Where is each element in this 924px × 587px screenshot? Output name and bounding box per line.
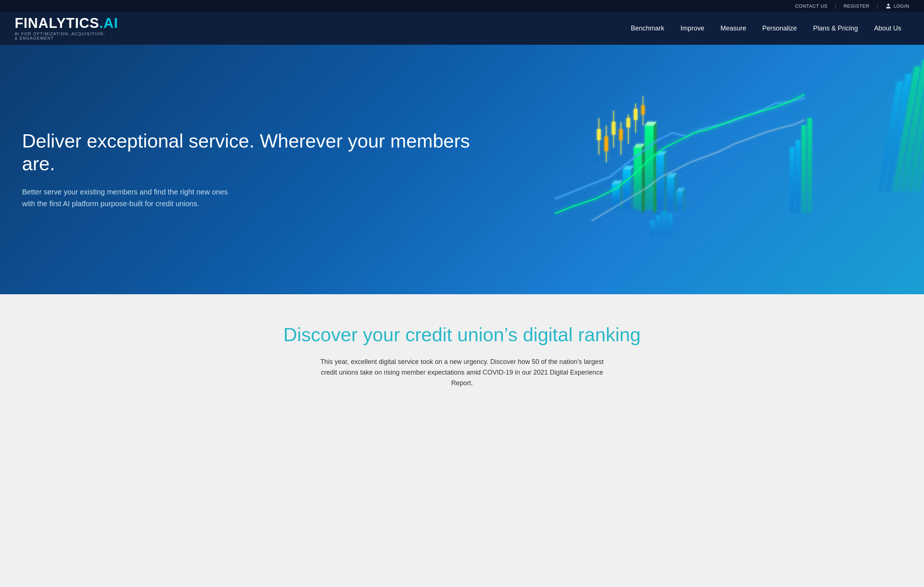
logo-fin: FIN xyxy=(15,15,38,31)
login-link[interactable]: LOGIN xyxy=(894,3,909,9)
svg-rect-52 xyxy=(641,105,645,115)
nav-item-improve[interactable]: Improve xyxy=(672,25,713,32)
nav-link-improve[interactable]: Improve xyxy=(672,25,713,32)
hero-subtitle: Better serve your existing members and f… xyxy=(22,186,243,209)
hero-section: Deliver exceptional service. Wherever yo… xyxy=(0,45,924,294)
svg-rect-27 xyxy=(645,125,654,210)
below-fold-text: This year, excellent digital service too… xyxy=(315,357,609,388)
svg-rect-53 xyxy=(790,148,794,214)
logo-tagline: AI FOR OPTIMIZATION, ACQUISITION,& ENGAG… xyxy=(15,31,118,40)
svg-rect-47 xyxy=(604,136,608,151)
nav-link-benchmark[interactable]: Benchmark xyxy=(623,25,672,32)
hero-content: Deliver exceptional service. Wherever yo… xyxy=(0,100,508,239)
nav-item-personalize[interactable]: Personalize xyxy=(754,25,805,32)
divider-2: | xyxy=(877,3,878,9)
svg-rect-36 xyxy=(676,191,683,210)
divider-1: | xyxy=(835,3,836,9)
svg-rect-46 xyxy=(597,129,601,140)
nav-link-plans-pricing[interactable]: Plans & Pricing xyxy=(805,25,866,32)
svg-rect-21 xyxy=(623,169,631,210)
svg-marker-26 xyxy=(642,144,645,214)
svg-rect-48 xyxy=(612,122,615,135)
svg-rect-65 xyxy=(662,212,667,235)
nav-item-about-us[interactable]: About Us xyxy=(866,25,909,32)
login-item[interactable]: LOGIN xyxy=(886,3,909,9)
top-utility-bar: CONTACT US | REGISTER | LOGIN xyxy=(0,0,924,12)
svg-marker-23 xyxy=(631,166,634,210)
below-fold-title: Discover your credit union’s digital ran… xyxy=(15,324,909,345)
main-navigation: FINALYTICS.AI AI FOR OPTIMIZATION, ACQUI… xyxy=(0,12,924,45)
svg-rect-54 xyxy=(796,140,800,214)
svg-rect-63 xyxy=(650,221,655,235)
nav-link-about-us[interactable]: About Us xyxy=(866,25,909,32)
svg-rect-66 xyxy=(668,214,672,235)
svg-line-17 xyxy=(687,177,801,247)
svg-rect-64 xyxy=(656,215,661,235)
svg-rect-49 xyxy=(619,129,623,140)
logo-area: FINALYTICS.AI AI FOR OPTIMIZATION, ACQUI… xyxy=(15,16,118,40)
nav-item-benchmark[interactable]: Benchmark xyxy=(623,25,672,32)
svg-rect-51 xyxy=(634,109,637,120)
nav-link-personalize[interactable]: Personalize xyxy=(754,25,805,32)
svg-rect-33 xyxy=(667,177,674,210)
logo-alytics: ALYTICS xyxy=(38,15,99,31)
nav-link-measure[interactable]: Measure xyxy=(713,25,754,32)
hero-title: Deliver exceptional service. Wherever yo… xyxy=(22,130,486,175)
logo-ai: .AI xyxy=(99,15,118,31)
svg-line-8 xyxy=(672,115,801,191)
svg-marker-38 xyxy=(683,188,686,212)
contact-link[interactable]: CONTACT US xyxy=(795,3,827,9)
svg-rect-56 xyxy=(808,118,812,214)
svg-rect-50 xyxy=(627,118,630,127)
svg-line-16 xyxy=(671,160,799,237)
below-fold-section: Discover your credit union’s digital ran… xyxy=(0,294,924,410)
svg-marker-32 xyxy=(664,151,667,214)
nav-item-measure[interactable]: Measure xyxy=(713,25,754,32)
user-icon xyxy=(886,3,891,9)
logo[interactable]: FINALYTICS.AI xyxy=(15,16,118,30)
svg-rect-30 xyxy=(656,155,664,210)
svg-rect-55 xyxy=(802,125,806,214)
nav-item-plans-pricing[interactable]: Plans & Pricing xyxy=(805,25,866,32)
nav-links: Benchmark Improve Measure Personalize Pl… xyxy=(623,25,909,32)
register-link[interactable]: REGISTER xyxy=(843,3,869,9)
